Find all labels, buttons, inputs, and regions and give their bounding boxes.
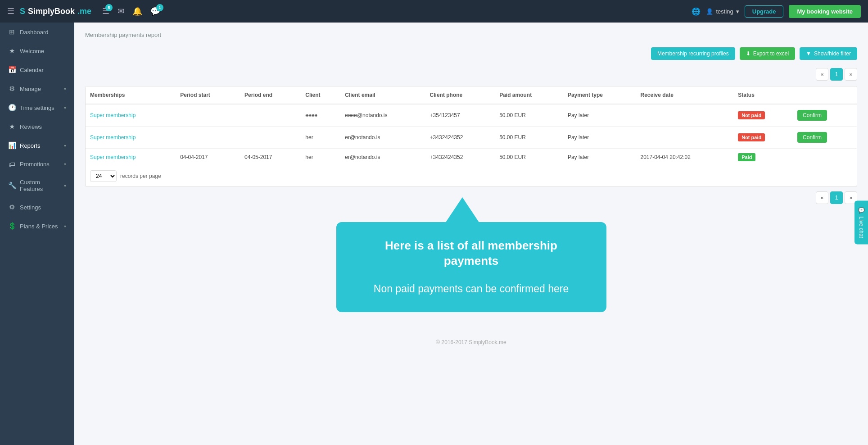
sidebar-item-calendar[interactable]: 📅 Calendar <box>0 60 74 79</box>
cell-membership: Super membership <box>86 104 176 127</box>
col-client-phone: Client phone <box>425 86 495 104</box>
page-prev-button[interactable]: « <box>816 68 828 81</box>
recurring-profiles-button[interactable]: Membership recurring profiles <box>651 47 735 60</box>
membership-link[interactable]: Super membership <box>90 154 136 160</box>
records-per-page-row: 24 50 100 records per page <box>86 166 857 186</box>
records-per-page-select[interactable]: 24 50 100 <box>90 170 117 182</box>
export-icon: ⬇ <box>746 50 750 57</box>
sidebar-item-settings[interactable]: ⚙ Settings <box>0 198 74 217</box>
status-badge: Paid <box>738 153 755 161</box>
email-icon[interactable]: ✉ <box>118 6 124 16</box>
cell-period-end: 04-05-2017 <box>240 149 301 166</box>
my-booking-button[interactable]: My booking website <box>789 5 861 18</box>
membership-link[interactable]: Super membership <box>90 134 136 141</box>
inbox-badge: 5 <box>105 4 113 11</box>
live-chat-label: Live chat <box>858 216 864 238</box>
topnav-icons: ☰ 5 ✉ 🔔 💬 1 <box>102 6 160 16</box>
sidebar-item-plans-prices[interactable]: 💲 Plans & Prices ▾ <box>0 217 74 236</box>
confirm-button[interactable]: Confirm <box>797 132 827 143</box>
cell-email: er@notando.is <box>340 149 425 166</box>
col-receive-date: Receive date <box>636 86 734 104</box>
manage-icon: ⚙ <box>8 85 15 93</box>
sidebar-item-time-settings[interactable]: 🕐 Time settings ▾ <box>0 98 74 117</box>
sidebar-label-custom-features: Custom Features <box>20 179 59 192</box>
membership-link[interactable]: Super membership <box>90 112 136 118</box>
manage-arrow-icon: ▾ <box>64 86 66 91</box>
cell-paid-amount: 50.00 EUR <box>495 149 563 166</box>
bottom-page-1-button[interactable]: 1 <box>830 191 843 204</box>
topnav-user[interactable]: 👤 testing ▾ <box>706 8 739 15</box>
show-hide-filter-button[interactable]: ▼ Show/hide filter <box>800 47 857 60</box>
chat-icon[interactable]: 💬 1 <box>150 6 160 16</box>
cell-paid-amount: 50.00 EUR <box>495 127 563 149</box>
memberships-table-container: Memberships Period start Period end Clie… <box>85 86 857 187</box>
sidebar-label-welcome: Welcome <box>20 48 66 54</box>
table-row: Super membership 04-04-2017 04-05-2017 h… <box>86 149 857 166</box>
cell-email: er@notando.is <box>340 127 425 149</box>
custom-features-arrow-icon: ▾ <box>64 183 66 188</box>
sidebar-label-calendar: Calendar <box>20 67 66 73</box>
user-icon: 👤 <box>706 8 713 15</box>
status-badge: Not paid <box>738 133 765 141</box>
col-payment-type: Payment type <box>563 86 636 104</box>
dashboard-icon: ⊞ <box>8 28 15 36</box>
live-chat-icon: 💬 <box>858 207 864 213</box>
cell-payment-type: Pay later <box>563 104 636 127</box>
page-next-button[interactable]: » <box>845 68 857 81</box>
cell-payment-type: Pay later <box>563 127 636 149</box>
col-paid-amount: Paid amount <box>495 86 563 104</box>
logo: SSimplyBook.me <box>20 7 91 16</box>
sidebar-label-dashboard: Dashboard <box>20 29 66 36</box>
topnav-right: 🌐 👤 testing ▾ Upgrade My booking website <box>692 5 861 18</box>
inbox-icon[interactable]: ☰ 5 <box>102 6 109 16</box>
plans-prices-icon: 💲 <box>8 222 15 230</box>
bell-icon[interactable]: 🔔 <box>132 6 142 16</box>
topnav: ☰ SSimplyBook.me ☰ 5 ✉ 🔔 💬 1 🌐 👤 testing… <box>0 0 868 23</box>
sidebar-label-reports: Reports <box>20 142 59 149</box>
calendar-icon: 📅 <box>8 66 15 74</box>
page-1-button[interactable]: 1 <box>830 68 843 81</box>
sidebar-label-time-settings: Time settings <box>20 104 59 111</box>
upgrade-button[interactable]: Upgrade <box>745 5 784 18</box>
sidebar-item-dashboard[interactable]: ⊞ Dashboard <box>0 23 74 41</box>
confirm-button[interactable]: Confirm <box>797 110 827 121</box>
cell-period-end <box>240 127 301 149</box>
sidebar-item-custom-features[interactable]: 🔧 Custom Features ▾ <box>0 173 74 198</box>
promotions-arrow-icon: ▾ <box>64 162 66 167</box>
cell-period-start <box>176 104 240 127</box>
settings-icon: ⚙ <box>8 203 15 211</box>
main-content: Membership payments report Membership re… <box>74 23 868 445</box>
sidebar-label-reviews: Reviews <box>20 123 66 130</box>
records-per-page-label: records per page <box>120 173 161 179</box>
export-excel-button[interactable]: ⬇ Export to excel <box>740 47 795 60</box>
live-chat-button[interactable]: 💬 Live chat <box>854 200 868 244</box>
hamburger-icon[interactable]: ☰ <box>7 6 14 16</box>
sidebar-item-promotions[interactable]: 🏷 Promotions ▾ <box>0 155 74 173</box>
cell-action: Confirm <box>793 104 857 127</box>
cell-action <box>793 149 857 166</box>
sidebar-item-welcome[interactable]: ★ Welcome <box>0 41 74 60</box>
cell-receive-date <box>636 104 734 127</box>
tooltip-arrow <box>444 197 480 224</box>
cell-client: her <box>301 127 340 149</box>
sidebar-item-reviews[interactable]: ★ Reviews <box>0 117 74 136</box>
sidebar-label-promotions: Promotions <box>20 161 59 168</box>
sidebar-item-manage[interactable]: ⚙ Manage ▾ <box>0 79 74 98</box>
cell-membership: Super membership <box>86 149 176 166</box>
sidebar-label-settings: Settings <box>20 204 66 211</box>
toolbar: Membership recurring profiles ⬇ Export t… <box>85 47 857 60</box>
reports-icon: 📊 <box>8 141 15 150</box>
cell-status: Not paid <box>733 104 793 127</box>
bottom-page-prev-button[interactable]: « <box>816 191 828 204</box>
sidebar-item-reports[interactable]: 📊 Reports ▾ <box>0 136 74 155</box>
top-pagination: « 1 » <box>85 68 857 81</box>
welcome-icon: ★ <box>8 47 15 55</box>
table-row: Super membership her er@notando.is +3432… <box>86 127 857 149</box>
time-settings-icon: 🕐 <box>8 104 15 112</box>
logo-s: S <box>20 7 25 16</box>
globe-icon[interactable]: 🌐 <box>692 7 701 16</box>
table-header-row: Memberships Period start Period end Clie… <box>86 86 857 104</box>
tooltip-wrapper: Here is a list of all membership payment… <box>85 222 857 312</box>
cell-membership: Super membership <box>86 127 176 149</box>
promotions-icon: 🏷 <box>8 160 15 168</box>
